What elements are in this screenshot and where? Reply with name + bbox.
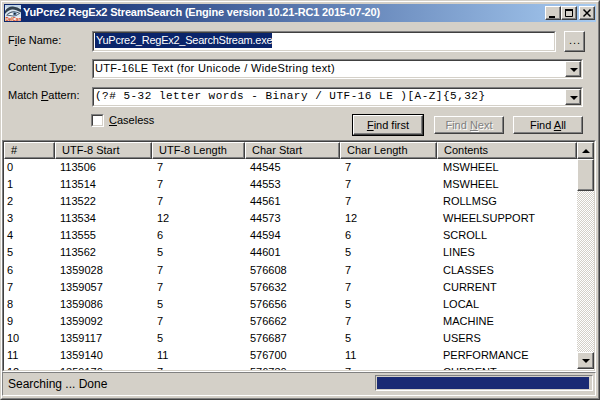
svg-text:DelCan: DelCan (5, 17, 21, 21)
